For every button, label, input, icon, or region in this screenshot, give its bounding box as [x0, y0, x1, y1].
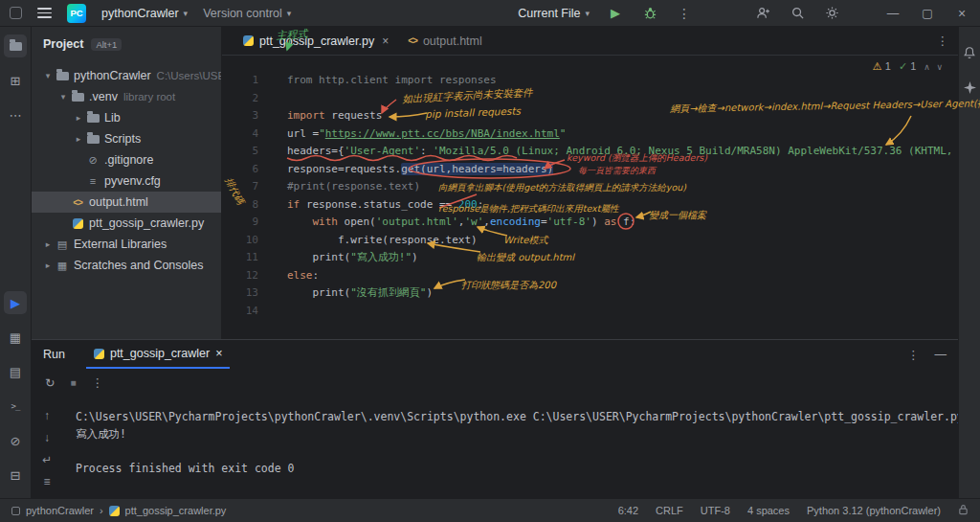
tree-chevron-icon[interactable]: ▸ [41, 239, 55, 249]
inspection-nav-icons[interactable]: ∧ ∨ [924, 62, 945, 72]
tree-item-pyvenv.cfg[interactable]: ≡pyvenv.cfg [32, 170, 221, 192]
line-number: 7 [222, 177, 258, 195]
run-config-selector[interactable]: Current File ▾ [518, 7, 590, 20]
main-menu-icon[interactable] [37, 8, 52, 18]
file-encoding[interactable]: UTF-8 [701, 505, 730, 516]
tree-item-.gitignore[interactable]: ⊘.gitignore [32, 149, 221, 170]
editor-tab-output.html[interactable]: <>output.html [398, 27, 492, 55]
run-panel-options-icon[interactable]: ⋮ [907, 348, 920, 362]
code-line[interactable]: 10 f.write(response.text) [222, 231, 958, 249]
python-file-icon [73, 218, 83, 229]
code-line[interactable]: 11 print("寫入成功!") [222, 248, 958, 266]
tree-item-ptt_gossip_crawler.py[interactable]: ptt_gossip_crawler.py [32, 213, 221, 234]
search-everywhere-button[interactable] [789, 5, 806, 22]
vcs-selector-label: Version control [203, 7, 282, 20]
scroll-end-icon[interactable]: ≡ [43, 475, 50, 488]
more-actions-icon[interactable]: ⋮ [676, 5, 693, 22]
console-line [76, 443, 958, 460]
breadcrumb-file[interactable]: ptt_gossip_crawler.py [125, 505, 227, 516]
code-line[interactable]: 3import requests [222, 106, 958, 125]
breadcrumb-project[interactable]: pythonCrawler [26, 505, 94, 516]
editor-area[interactable]: ⚠ 1 ✓ 1 ∧ ∨ 1from http.client import res… [222, 56, 958, 339]
code-line[interactable]: 5headers={'User-Agent': 'Mozilla/5.0 (Li… [222, 142, 958, 160]
more-tools-icon[interactable]: ⋯ [4, 103, 27, 126]
tree-item-Scripts[interactable]: ▸Scripts [32, 128, 221, 149]
tree-chevron-icon[interactable]: ▸ [72, 134, 85, 144]
tree-chevron-icon[interactable]: ▾ [41, 71, 55, 80]
editor-tabbar: ptt_gossip_crawler.py×<>output.html⋮ [222, 27, 958, 56]
code-line[interactable]: 9 with open('output.html','w',encoding='… [222, 213, 958, 231]
readonly-lock-icon[interactable] [958, 504, 969, 517]
tree-item-pythonCrawler[interactable]: ▾pythonCrawlerC:\Users\USER\P [32, 65, 221, 86]
tree-item-label: .gitignore [104, 153, 153, 167]
code-with-me-button[interactable] [754, 5, 771, 22]
code-line[interactable]: 6response=requests.get(url,headers=heade… [222, 160, 958, 178]
tree-item-suffix: library root [123, 91, 175, 102]
project-tool-icon[interactable] [4, 34, 27, 57]
code-line[interactable]: 12else: [222, 266, 958, 284]
tree-chevron-icon[interactable]: ▾ [56, 92, 70, 102]
settings-button[interactable] [823, 5, 840, 22]
tree-item-output.html[interactable]: <>output.html [32, 192, 221, 213]
editor-column: ptt_gossip_crawler.py×<>output.html⋮ ⚠ 1… [222, 27, 958, 339]
project-selector[interactable]: pythonCrawler ▾ [101, 7, 188, 20]
tree-item-External Libraries[interactable]: ▸▤External Libraries [32, 234, 221, 255]
tree-item-.venv[interactable]: ▾.venvlibrary root [32, 86, 221, 107]
code-line[interactable]: 7#print(response.text) [222, 177, 958, 195]
python-file-icon [94, 349, 104, 359]
cursor-position[interactable]: 6:42 [618, 505, 638, 516]
line-number: 13 [222, 284, 258, 302]
minimize-button[interactable]: — [884, 5, 902, 22]
rerun-button[interactable]: ↻ [45, 375, 55, 390]
tree-chevron-icon[interactable]: ▸ [41, 261, 55, 270]
run-console[interactable]: C:\Users\USER\PycharmProjects\pythonCraw… [62, 396, 958, 498]
line-ending[interactable]: CRLF [656, 505, 683, 516]
maximize-button[interactable]: ▢ [919, 5, 936, 22]
terminal-tool-icon[interactable]: >_ [4, 395, 27, 418]
structure-bottom-tool-icon[interactable]: ⊟ [4, 464, 27, 487]
scroll-up-icon[interactable]: ↑ [44, 409, 50, 422]
folder-icon [56, 72, 69, 80]
scroll-down-icon[interactable]: ↓ [44, 431, 50, 444]
indent-style[interactable]: 4 spaces [747, 505, 790, 516]
debug-button[interactable] [641, 5, 658, 22]
structure-tool-icon[interactable]: ⊞ [4, 69, 27, 92]
notifications-button[interactable] [963, 46, 976, 62]
run-tab[interactable]: ptt_gossip_crawler × [86, 340, 231, 369]
close-button[interactable]: × [953, 5, 970, 22]
run-tool-icon[interactable]: ▶ [4, 291, 27, 314]
code-line[interactable]: 8if response.status_code == 200: [222, 195, 958, 214]
tree-item-Scratches and Consoles[interactable]: ▸▦Scratches and Consoles [32, 255, 221, 276]
ai-assistant-button[interactable] [964, 81, 976, 97]
problems-tool-icon[interactable]: ⊘ [4, 429, 27, 452]
code-line[interactable]: 1from http.client import responses [222, 71, 958, 89]
close-icon[interactable]: × [215, 347, 222, 360]
terminal-tool-icon-glyph: >_ [11, 402, 20, 411]
code-line[interactable]: 4url ="https://www.ptt.cc/bbs/NBA/index.… [222, 125, 958, 143]
chevron-down-icon: ▾ [184, 9, 189, 18]
editor-tab-ptt_gossip_crawler.py[interactable]: ptt_gossip_crawler.py× [234, 27, 398, 55]
stop-button[interactable]: ■ [70, 377, 76, 388]
tree-chevron-icon[interactable]: ▸ [72, 113, 85, 123]
soft-wrap-icon[interactable]: ↵ [42, 453, 52, 466]
tree-item-Lib[interactable]: ▸Lib [32, 107, 221, 128]
code-line[interactable]: 14 [222, 302, 958, 320]
tree-item-icon [55, 72, 70, 80]
tree-item-label: pythonCrawler [74, 69, 151, 82]
code-line[interactable]: 2 [222, 89, 958, 107]
interpreter[interactable]: Python 3.12 (pythonCrawler) [807, 505, 941, 516]
vcs-selector[interactable]: Version control ▾ [203, 7, 291, 20]
services-tool-icon[interactable]: ▦ [4, 326, 27, 349]
code-line[interactable]: 13 print("沒有抓到網頁") [222, 284, 958, 302]
structure-bottom-tool-icon-glyph: ⊟ [11, 469, 21, 482]
run-more-icon[interactable]: ⋮ [92, 375, 104, 390]
python-file-icon [109, 506, 120, 516]
project-panel-title[interactable]: Project [43, 37, 83, 51]
app-body: ⊞⋯ ▶▦▤>_⊘⊟ Project Alt+1 ▾pythonCrawlerC… [0, 27, 980, 498]
run-button[interactable]: ▶ [607, 5, 624, 22]
packages-tool-icon[interactable]: ▤ [4, 360, 27, 383]
close-icon[interactable]: × [382, 34, 389, 48]
run-panel-hide-icon[interactable]: — [935, 348, 947, 362]
console-line: C:\Users\USER\PycharmProjects\pythonCraw… [76, 408, 958, 425]
tab-options-icon[interactable]: ⋮ [937, 34, 949, 48]
